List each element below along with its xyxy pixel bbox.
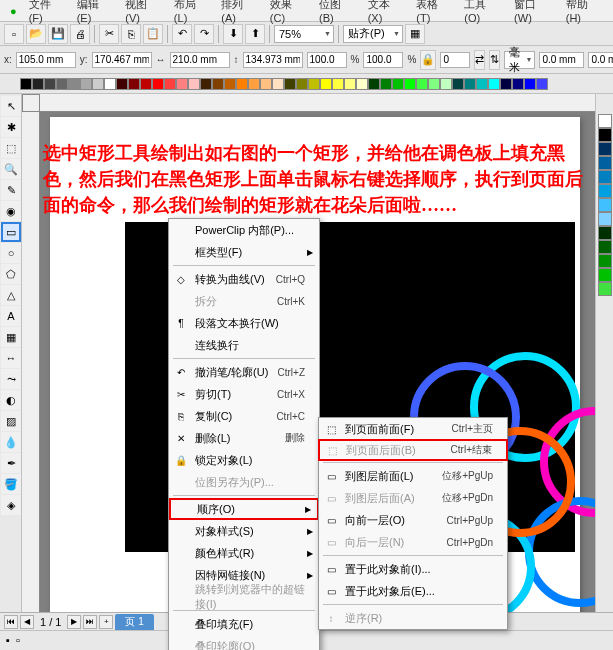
color-swatch[interactable] [188,78,200,90]
color-swatch[interactable] [104,78,116,90]
menu-item[interactable]: 位图(B) [313,0,362,26]
color-swatch[interactable] [260,78,272,90]
ctx-item[interactable]: ¶段落文本换行(W) [169,312,319,334]
color-swatch[interactable] [320,78,332,90]
pick-tool[interactable]: ↖ [1,96,21,116]
new-btn[interactable]: ▫ [4,24,24,44]
color-swatch[interactable] [20,78,32,90]
color-swatch[interactable] [284,78,296,90]
color-swatch[interactable] [368,78,380,90]
color-swatch[interactable] [272,78,284,90]
smart-fill[interactable]: ◉ [1,201,21,221]
eyedropper-tool[interactable]: 💧 [1,432,21,452]
color-swatch[interactable] [224,78,236,90]
color-swatch[interactable] [152,78,164,90]
redo-btn[interactable]: ↷ [194,24,214,44]
ctx-item[interactable]: 顺序(O)▶ [169,498,319,520]
color-swatch[interactable] [128,78,140,90]
color-swatch[interactable] [524,78,536,90]
color-swatch[interactable] [476,78,488,90]
ctx-item[interactable]: 对象样式(S)▶ [169,520,319,542]
options-btn[interactable]: ▦ [405,24,425,44]
lock-ratio[interactable]: 🔒 [420,50,436,70]
interactive-fill[interactable]: ◈ [1,495,21,515]
freehand-tool[interactable]: ✎ [1,180,21,200]
fill-tool[interactable]: 🪣 [1,474,21,494]
pct2-input[interactable] [363,52,403,68]
submenu-item[interactable]: ▭向前一层(O)Ctrl+PgUp [319,509,507,531]
color-swatch[interactable] [140,78,152,90]
submenu-item[interactable]: ▭置于此对象前(I)... [319,558,507,580]
ctx-item[interactable]: 颜色样式(R)▶ [169,542,319,564]
menu-item[interactable]: 帮助(H) [560,0,609,26]
menu-item[interactable]: 表格(T) [410,0,458,26]
unit-dropdown[interactable]: 毫米 [504,51,535,69]
color-swatch[interactable] [598,114,612,128]
paste-btn[interactable]: 📋 [143,24,163,44]
color-swatch[interactable] [80,78,92,90]
color-swatch[interactable] [236,78,248,90]
color-swatch[interactable] [32,78,44,90]
open-btn[interactable]: 📂 [26,24,46,44]
color-swatch[interactable] [488,78,500,90]
ctx-item[interactable]: ⎘复制(C)Ctrl+C [169,405,319,427]
color-swatch[interactable] [308,78,320,90]
ctx-item[interactable]: 连线换行 [169,334,319,356]
menu-item[interactable]: 窗口(W) [508,0,560,26]
color-swatch[interactable] [416,78,428,90]
mirror-v[interactable]: ⇅ [489,50,500,70]
menu-item[interactable]: 效果(C) [264,0,313,26]
color-swatch[interactable] [598,212,612,226]
w-input[interactable] [170,52,230,68]
color-swatch[interactable] [598,282,612,296]
ruler-h[interactable] [40,94,595,112]
color-swatch[interactable] [464,78,476,90]
zoom-dropdown[interactable]: 75% [274,25,334,43]
color-swatch[interactable] [536,78,548,90]
color-swatch[interactable] [500,78,512,90]
color-swatch[interactable] [404,78,416,90]
menu-item[interactable]: 布局(L) [168,0,215,26]
dimension-tool[interactable]: ↔ [1,348,21,368]
color-swatch[interactable] [200,78,212,90]
color-swatch[interactable] [598,184,612,198]
rectangle-tool[interactable]: ▭ [1,222,21,242]
menu-item[interactable]: 文本(X) [362,0,411,26]
transparency-tool[interactable]: ▨ [1,411,21,431]
page-last[interactable]: ⏭ [83,615,97,629]
color-swatch[interactable] [92,78,104,90]
snap-dropdown[interactable]: 贴齐(P) [343,25,403,43]
menu-item[interactable]: 编辑(E) [71,0,120,26]
cut-btn[interactable]: ✂ [99,24,119,44]
color-swatch[interactable] [392,78,404,90]
outline-tool[interactable]: ✒ [1,453,21,473]
ctx-item[interactable]: 叠印填充(F) [169,613,319,635]
x-input[interactable] [16,52,76,68]
pct1-input[interactable] [307,52,347,68]
ellipse-tool[interactable]: ○ [1,243,21,263]
undo-btn[interactable]: ↶ [172,24,192,44]
color-swatch[interactable] [68,78,80,90]
table-tool[interactable]: ▦ [1,327,21,347]
ruler-v[interactable] [22,112,40,634]
ctx-item[interactable]: 框类型(F)▶ [169,241,319,263]
color-swatch[interactable] [440,78,452,90]
color-swatch[interactable] [332,78,344,90]
y-input[interactable] [92,52,152,68]
import-btn[interactable]: ⬇ [223,24,243,44]
color-swatch[interactable] [380,78,392,90]
color-swatch[interactable] [296,78,308,90]
shape-tool[interactable]: ✱ [1,117,21,137]
export-btn[interactable]: ⬆ [245,24,265,44]
page-tab[interactable]: 页 1 [115,614,153,630]
color-swatch[interactable] [598,170,612,184]
color-swatch[interactable] [116,78,128,90]
color-swatch[interactable] [428,78,440,90]
color-swatch[interactable] [598,240,612,254]
ctx-item[interactable]: ↶撤消笔/轮廓(U)Ctrl+Z [169,361,319,383]
menu-item[interactable]: 工具(O) [458,0,508,26]
ctx-item[interactable]: PowerClip 内部(P)... [169,219,319,241]
page-add[interactable]: + [99,615,113,629]
color-swatch[interactable] [44,78,56,90]
color-swatch[interactable] [56,78,68,90]
